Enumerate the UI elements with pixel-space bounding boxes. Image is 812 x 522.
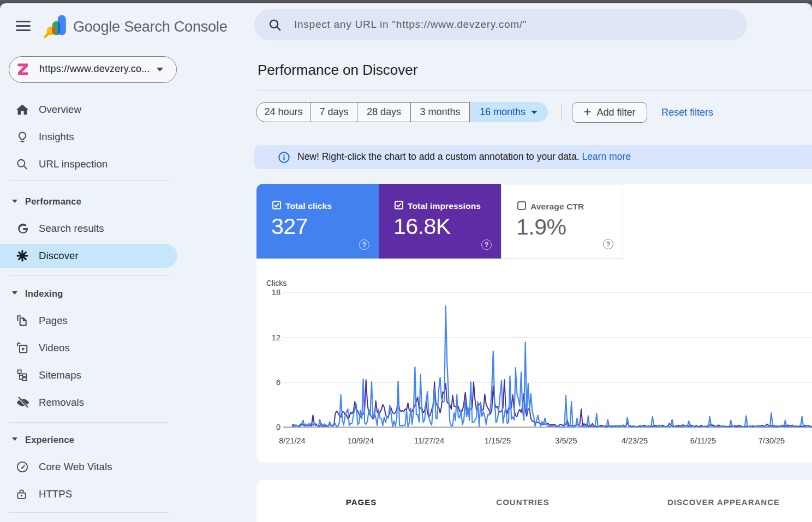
svg-text:4/23/25: 4/23/25 bbox=[622, 436, 648, 445]
svg-text:12: 12 bbox=[272, 333, 280, 342]
svg-text:7/30/25: 7/30/25 bbox=[759, 436, 785, 445]
svg-text:8/21/24: 8/21/24 bbox=[279, 436, 305, 445]
svg-text:1/15/25: 1/15/25 bbox=[485, 436, 511, 445]
svg-text:11/27/24: 11/27/24 bbox=[414, 436, 444, 445]
svg-text:6/11/25: 6/11/25 bbox=[690, 436, 716, 445]
svg-text:3/5/25: 3/5/25 bbox=[555, 436, 577, 445]
svg-text:10/9/24: 10/9/24 bbox=[348, 436, 374, 445]
svg-text:0: 0 bbox=[276, 423, 280, 431]
svg-text:18: 18 bbox=[272, 288, 280, 297]
svg-text:6: 6 bbox=[276, 378, 280, 387]
svg-text:Clicks: Clicks bbox=[266, 279, 286, 287]
